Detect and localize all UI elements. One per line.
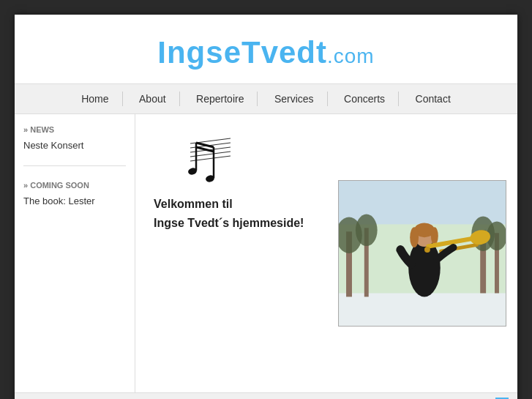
site-title: IngseTvedt.com [29,35,503,70]
svg-point-25 [410,227,419,247]
sidebar: NEWS Neste Konsert COMING SOON The book:… [15,114,135,392]
nav-bar: Home About Repertoire Services Concerts … [15,83,517,114]
music-note-icon [168,133,234,184]
coming-soon-link[interactable]: The book: Lester [23,195,126,206]
svg-point-26 [431,227,438,245]
svg-point-30 [424,247,430,253]
content-area: NEWS Neste Konsert COMING SOON The book:… [15,114,517,392]
svg-rect-13 [339,293,506,326]
nav-concerts[interactable]: Concerts [331,92,399,106]
nav-repertoire[interactable]: Repertoire [183,92,258,106]
sidebar-divider [23,165,126,166]
nav-contact[interactable]: Contact [402,92,464,106]
nav-home[interactable]: Home [68,92,122,106]
coming-soon-title: COMING SOON [23,181,126,190]
news-section-title: NEWS [23,125,126,134]
site-header: IngseTvedt.com [15,15,517,83]
site-name: IngseTvedt [157,35,327,70]
nav-services[interactable]: Services [261,92,328,106]
svg-point-19 [356,215,378,247]
hero-photo [338,180,506,327]
site-domain: .com [327,45,375,67]
nav-about[interactable]: About [126,92,180,106]
footer: Copyright ©2010 Ingse Tvedt. All Rights … [15,392,517,399]
page-wrapper: IngseTvedt.com Home About Repertoire Ser… [15,15,517,399]
main-content: Velkommen til Ingse Tvedt´s hjemmeside! [135,114,517,392]
news-link[interactable]: Neste Konsert [23,140,126,151]
